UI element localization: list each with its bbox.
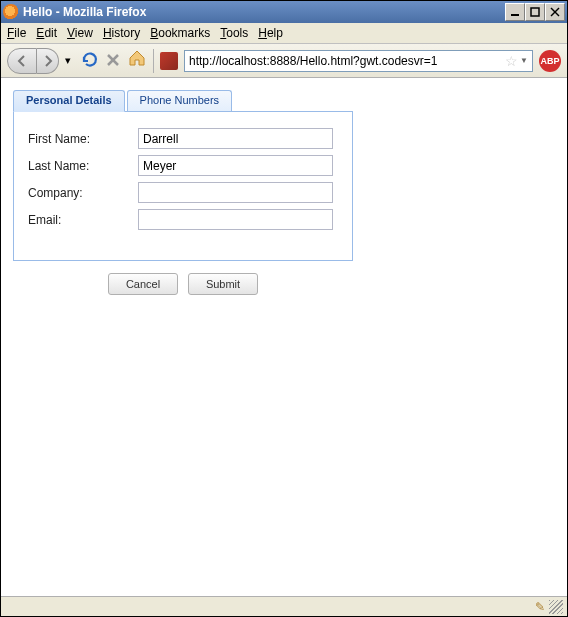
bookmark-star-icon[interactable]: ☆ <box>505 53 518 69</box>
cancel-button[interactable]: Cancel <box>108 273 178 295</box>
statusbar: ✎ <box>1 596 567 616</box>
tab-panel: Personal Details Phone Numbers First Nam… <box>13 90 353 261</box>
close-button[interactable] <box>545 3 565 21</box>
menu-tools[interactable]: Tools <box>220 26 248 40</box>
window-title: Hello - Mozilla Firefox <box>23 5 505 19</box>
window-titlebar: Hello - Mozilla Firefox <box>1 1 567 23</box>
navigation-toolbar: ▾ ☆ ▼ ABP <box>1 44 567 78</box>
firefox-icon <box>3 4 19 20</box>
maximize-button[interactable] <box>525 3 545 21</box>
reload-button[interactable] <box>81 51 99 71</box>
forward-button[interactable] <box>37 48 59 74</box>
submit-button[interactable]: Submit <box>188 273 258 295</box>
tab-phone-numbers[interactable]: Phone Numbers <box>127 90 233 112</box>
menu-history[interactable]: History <box>103 26 140 40</box>
label-last-name: Last Name: <box>28 159 138 173</box>
site-identity-icon[interactable] <box>160 52 178 70</box>
label-company: Company: <box>28 186 138 200</box>
resize-grip[interactable] <box>549 600 563 614</box>
page-content: Personal Details Phone Numbers First Nam… <box>1 78 567 596</box>
menu-bookmarks[interactable]: Bookmarks <box>150 26 210 40</box>
tab-body: First Name: Last Name: Company: Email: <box>13 111 353 261</box>
tab-personal-details[interactable]: Personal Details <box>13 90 125 112</box>
plugin-status-icon[interactable]: ✎ <box>535 600 545 614</box>
minimize-button[interactable] <box>505 3 525 21</box>
url-bar[interactable]: ☆ ▼ <box>184 50 533 72</box>
input-first-name[interactable] <box>138 128 333 149</box>
form-button-row: Cancel Submit <box>13 273 353 295</box>
menubar: File Edit View History Bookmarks Tools H… <box>1 23 567 44</box>
menu-view[interactable]: View <box>67 26 93 40</box>
toolbar-divider <box>153 49 154 73</box>
label-email: Email: <box>28 213 138 227</box>
menu-help[interactable]: Help <box>258 26 283 40</box>
back-button[interactable] <box>7 48 37 74</box>
home-button[interactable] <box>127 48 147 73</box>
svg-rect-1 <box>531 8 539 16</box>
label-first-name: First Name: <box>28 132 138 146</box>
menu-edit[interactable]: Edit <box>36 26 57 40</box>
stop-button[interactable] <box>105 52 121 70</box>
nav-dropdown-icon[interactable]: ▾ <box>65 54 75 67</box>
tab-strip: Personal Details Phone Numbers <box>13 90 353 112</box>
input-company[interactable] <box>138 182 333 203</box>
adblock-icon[interactable]: ABP <box>539 50 561 72</box>
input-last-name[interactable] <box>138 155 333 176</box>
input-email[interactable] <box>138 209 333 230</box>
url-input[interactable] <box>189 54 505 68</box>
url-dropdown-icon[interactable]: ▼ <box>520 56 528 65</box>
menu-file[interactable]: File <box>7 26 26 40</box>
